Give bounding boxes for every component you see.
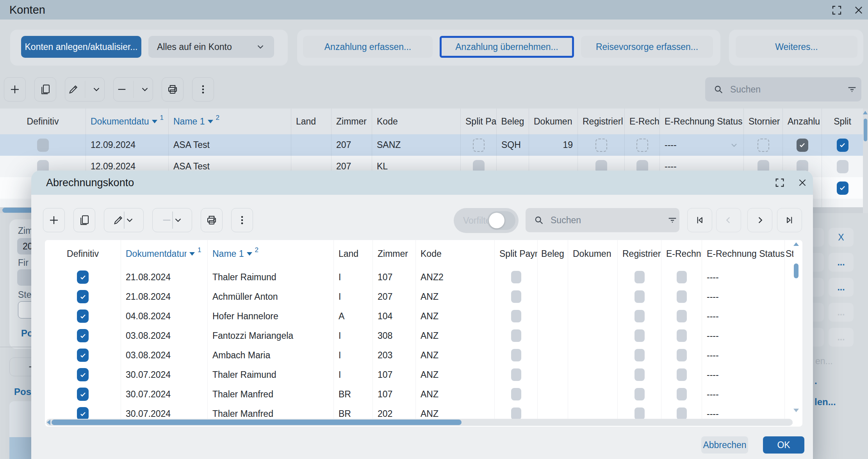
- col-beleg[interactable]: Beleg: [538, 240, 568, 267]
- positions-tab[interactable]: Pos: [14, 386, 31, 397]
- erechnung-checkbox[interactable]: [636, 139, 648, 152]
- cell-erechnung-status[interactable]: ----: [660, 134, 744, 156]
- cancel-button[interactable]: Abbrechen: [701, 436, 748, 454]
- erechnung-checkbox[interactable]: [677, 349, 687, 361]
- copy-button[interactable]: [73, 208, 95, 232]
- col-erechnung-status[interactable]: E-Rechnung Status: [660, 109, 744, 134]
- print-button[interactable]: [162, 77, 184, 101]
- kebab-menu-button[interactable]: [231, 208, 253, 232]
- erechnung-checkbox[interactable]: [677, 329, 687, 342]
- col-definitiv[interactable]: Definitiv: [0, 109, 86, 134]
- ok-button[interactable]: OK: [763, 436, 804, 454]
- split-payment-checkbox[interactable]: [511, 368, 521, 381]
- dialog-table-row[interactable]: 21.08.2024 Thaler Raimund I 107 ANZ2 ---…: [45, 267, 793, 287]
- col-beleg[interactable]: Beleg: [497, 109, 529, 134]
- col-dokument[interactable]: Dokumen: [568, 240, 618, 267]
- col-zimmer[interactable]: Zimmer: [332, 109, 372, 134]
- split-checkbox[interactable]: [837, 181, 848, 195]
- first-record-button[interactable]: [687, 208, 712, 232]
- erechnung-checkbox[interactable]: [677, 310, 687, 322]
- dialog-table-row[interactable]: 04.08.2024 Hofer Hannelore A 104 ANZ ---…: [45, 306, 793, 326]
- split-payment-checkbox[interactable]: [511, 310, 521, 322]
- more-button[interactable]: Weiteres...: [736, 36, 857, 58]
- filter-icon[interactable]: [847, 84, 857, 95]
- col-storniert[interactable]: Stornier: [744, 109, 783, 134]
- erechnung-checkbox[interactable]: [677, 388, 687, 400]
- main-search[interactable]: [705, 77, 861, 101]
- travel-provision-button[interactable]: Reisevorsorge erfassen...: [581, 36, 713, 58]
- split-checkbox[interactable]: [837, 139, 848, 152]
- registriert-checkbox[interactable]: [635, 310, 645, 322]
- kebab-menu-button[interactable]: [192, 77, 214, 101]
- vorfilter-toggle[interactable]: Vorfilter: [454, 208, 519, 233]
- erechnung-checkbox[interactable]: [677, 368, 687, 381]
- definitiv-checkbox[interactable]: [77, 290, 89, 303]
- account-scope-dropdown[interactable]: Alles auf ein Konto: [148, 36, 274, 58]
- definitiv-checkbox[interactable]: [77, 349, 89, 362]
- col-definitiv[interactable]: Definitiv: [45, 240, 121, 267]
- dialog-search[interactable]: [526, 208, 679, 232]
- col-anzahlung[interactable]: Anzahlu: [783, 109, 822, 134]
- split-payment-checkbox[interactable]: [511, 290, 521, 303]
- definitiv-checkbox[interactable]: [77, 270, 89, 284]
- dialog-search-input[interactable]: [550, 215, 667, 226]
- storniert-checkbox[interactable]: [757, 139, 769, 152]
- dialog-fullscreen-icon[interactable]: [772, 175, 787, 190]
- anzahlung-checkbox[interactable]: [797, 139, 808, 152]
- col-erechnung-status[interactable]: E-Rechnung Status: [702, 240, 785, 267]
- col-erechnung[interactable]: E-Rechnur: [661, 240, 702, 267]
- registriert-checkbox[interactable]: [635, 329, 645, 342]
- col-registriert[interactable]: Registrierl: [578, 109, 625, 134]
- col-kode[interactable]: Kode: [416, 240, 495, 267]
- col-land[interactable]: Land: [334, 240, 373, 267]
- split-payment-checkbox[interactable]: [511, 349, 521, 361]
- clear-button[interactable]: X: [829, 228, 854, 247]
- col-name1[interactable]: Name 1 2: [169, 109, 291, 134]
- registriert-checkbox[interactable]: [595, 139, 607, 152]
- definitiv-checkbox[interactable]: [37, 139, 49, 152]
- col-dokumentdatum[interactable]: Dokumentdatum 1: [86, 109, 169, 134]
- split-payment-checkbox[interactable]: [511, 271, 521, 283]
- dialog-table-row[interactable]: 03.08.2024 Fantozzi Mariangela I 308 ANZ…: [45, 326, 793, 346]
- registriert-checkbox[interactable]: [635, 388, 645, 400]
- registriert-checkbox[interactable]: [635, 290, 645, 303]
- print-button[interactable]: [201, 208, 223, 232]
- dialog-table-row[interactable]: 03.08.2024 Ambach Maria I 203 ANZ ----: [45, 345, 793, 365]
- col-split-payment[interactable]: Split Paym: [495, 240, 538, 267]
- registriert-checkbox[interactable]: [635, 407, 645, 420]
- registriert-checkbox[interactable]: [635, 368, 645, 381]
- erechnung-checkbox[interactable]: [677, 407, 687, 420]
- create-update-accounts-button[interactable]: Konten anlegen/aktualisier...: [21, 36, 141, 58]
- col-storniert[interactable]: St: [785, 240, 793, 267]
- col-zimmer[interactable]: Zimmer: [373, 240, 416, 267]
- erechnung-checkbox[interactable]: [677, 271, 687, 283]
- add-button[interactable]: [4, 77, 26, 101]
- col-split[interactable]: Split: [822, 109, 863, 134]
- split-checkbox[interactable]: [837, 160, 848, 173]
- main-search-input[interactable]: [729, 84, 847, 95]
- edit-split-button[interactable]: [104, 208, 144, 232]
- definitiv-checkbox[interactable]: [77, 329, 89, 342]
- registriert-checkbox[interactable]: [635, 271, 645, 283]
- definitiv-checkbox[interactable]: [77, 407, 89, 420]
- apply-deposit-button[interactable]: Anzahlung übernehmen...: [440, 36, 574, 58]
- add-button[interactable]: [43, 208, 65, 232]
- col-land[interactable]: Land: [291, 109, 332, 134]
- definitiv-checkbox[interactable]: [77, 388, 89, 401]
- col-registriert[interactable]: Registrierl: [618, 240, 661, 267]
- split-payment-checkbox[interactable]: [511, 329, 521, 342]
- next-record-button[interactable]: [747, 208, 772, 232]
- col-kode[interactable]: Kode: [372, 109, 461, 134]
- split-payment-checkbox[interactable]: [511, 407, 521, 420]
- col-dokument[interactable]: Dokumen: [529, 109, 578, 134]
- dialog-table-row[interactable]: 30.07.2024 Thaler Raimund I 107 ANZ ----: [45, 365, 793, 385]
- dialog-horizontal-scrollbar[interactable]: [46, 419, 793, 426]
- ellipsis-button[interactable]: ...: [829, 253, 854, 272]
- remove-split-button[interactable]: [152, 208, 192, 232]
- col-split-payment[interactable]: Split Paym: [461, 109, 497, 134]
- dialog-vertical-scrollbar[interactable]: [793, 242, 799, 425]
- last-record-button[interactable]: [777, 208, 802, 232]
- ellipsis-button[interactable]: ...: [829, 278, 854, 297]
- col-dokumentdatum[interactable]: Dokumentdatum 1: [121, 240, 208, 267]
- registriert-checkbox[interactable]: [635, 349, 645, 361]
